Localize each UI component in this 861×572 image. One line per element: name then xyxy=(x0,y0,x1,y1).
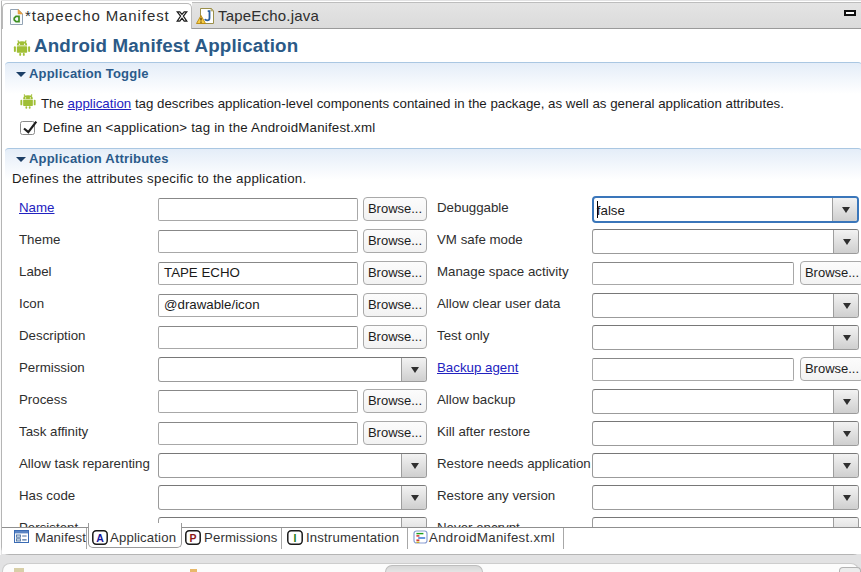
svg-text:I: I xyxy=(294,532,297,544)
svg-text:P: P xyxy=(189,532,196,544)
svg-text:A: A xyxy=(96,532,104,544)
